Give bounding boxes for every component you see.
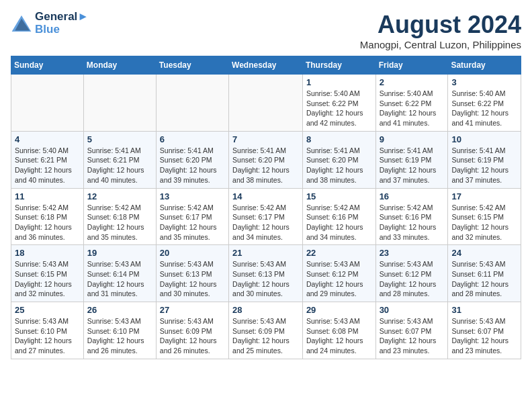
calendar-cell: 1Sunrise: 5:40 AM Sunset: 6:22 PM Daylig… [302, 75, 375, 132]
weekday-header: Monday [83, 56, 156, 75]
calendar-cell: 13Sunrise: 5:42 AM Sunset: 6:17 PM Dayli… [156, 188, 228, 245]
calendar-cell: 26Sunrise: 5:43 AM Sunset: 6:10 PM Dayli… [83, 302, 156, 359]
day-number: 2 [380, 77, 445, 87]
day-info: Sunrise: 5:42 AM Sunset: 6:16 PM Dayligh… [306, 203, 372, 242]
calendar-cell [229, 75, 303, 132]
calendar-cell: 8Sunrise: 5:41 AM Sunset: 6:20 PM Daylig… [302, 131, 375, 188]
day-info: Sunrise: 5:41 AM Sunset: 6:20 PM Dayligh… [160, 146, 225, 185]
calendar-cell: 24Sunrise: 5:43 AM Sunset: 6:11 PM Dayli… [448, 245, 521, 302]
logo: General► Blue [11, 11, 89, 36]
day-number: 1 [306, 77, 372, 87]
calendar-week-row: 18Sunrise: 5:43 AM Sunset: 6:15 PM Dayli… [11, 245, 521, 302]
calendar-cell: 31Sunrise: 5:43 AM Sunset: 6:07 PM Dayli… [448, 302, 521, 359]
day-number: 8 [306, 134, 372, 144]
calendar-cell: 19Sunrise: 5:43 AM Sunset: 6:14 PM Dayli… [83, 245, 156, 302]
day-number: 6 [160, 134, 225, 144]
day-number: 19 [87, 248, 152, 258]
calendar-cell: 3Sunrise: 5:40 AM Sunset: 6:22 PM Daylig… [448, 75, 521, 132]
calendar-cell: 5Sunrise: 5:41 AM Sunset: 6:21 PM Daylig… [83, 131, 156, 188]
day-number: 30 [380, 305, 445, 315]
day-number: 18 [15, 248, 80, 258]
day-info: Sunrise: 5:42 AM Sunset: 6:17 PM Dayligh… [160, 203, 225, 242]
logo-icon [11, 14, 32, 33]
day-info: Sunrise: 5:42 AM Sunset: 6:17 PM Dayligh… [232, 203, 299, 242]
day-info: Sunrise: 5:43 AM Sunset: 6:13 PM Dayligh… [160, 259, 225, 299]
logo-text: General► Blue [35, 11, 89, 36]
day-number: 29 [306, 305, 372, 315]
main-title: August 2024 [360, 11, 521, 39]
day-number: 25 [15, 305, 80, 315]
day-number: 24 [451, 248, 517, 258]
calendar-cell: 7Sunrise: 5:41 AM Sunset: 6:20 PM Daylig… [229, 131, 303, 188]
day-number: 5 [87, 134, 152, 144]
calendar-cell: 23Sunrise: 5:43 AM Sunset: 6:12 PM Dayli… [375, 245, 448, 302]
calendar-cell: 21Sunrise: 5:43 AM Sunset: 6:13 PM Dayli… [229, 245, 303, 302]
day-info: Sunrise: 5:43 AM Sunset: 6:07 PM Dayligh… [380, 316, 445, 356]
calendar-cell: 20Sunrise: 5:43 AM Sunset: 6:13 PM Dayli… [156, 245, 228, 302]
calendar-week-row: 25Sunrise: 5:43 AM Sunset: 6:10 PM Dayli… [11, 302, 521, 359]
day-info: Sunrise: 5:43 AM Sunset: 6:12 PM Dayligh… [380, 259, 445, 299]
day-number: 10 [451, 134, 517, 144]
calendar-cell [83, 75, 156, 132]
calendar-header-row: SundayMondayTuesdayWednesdayThursdayFrid… [11, 56, 521, 75]
day-info: Sunrise: 5:41 AM Sunset: 6:21 PM Dayligh… [87, 146, 152, 185]
day-info: Sunrise: 5:40 AM Sunset: 6:21 PM Dayligh… [15, 146, 80, 185]
calendar-week-row: 4Sunrise: 5:40 AM Sunset: 6:21 PM Daylig… [11, 131, 521, 188]
day-number: 21 [232, 248, 299, 258]
subtitle: Manogpi, Central Luzon, Philippines [360, 39, 521, 50]
day-number: 20 [160, 248, 225, 258]
day-info: Sunrise: 5:43 AM Sunset: 6:08 PM Dayligh… [306, 316, 372, 356]
day-info: Sunrise: 5:42 AM Sunset: 6:15 PM Dayligh… [451, 203, 517, 242]
day-info: Sunrise: 5:42 AM Sunset: 6:18 PM Dayligh… [87, 203, 152, 242]
calendar-cell: 18Sunrise: 5:43 AM Sunset: 6:15 PM Dayli… [11, 245, 84, 302]
calendar-cell: 27Sunrise: 5:43 AM Sunset: 6:09 PM Dayli… [156, 302, 228, 359]
calendar-cell: 9Sunrise: 5:41 AM Sunset: 6:19 PM Daylig… [375, 131, 448, 188]
calendar-cell: 6Sunrise: 5:41 AM Sunset: 6:20 PM Daylig… [156, 131, 228, 188]
day-number: 3 [451, 77, 517, 87]
day-number: 23 [380, 248, 445, 258]
calendar-cell: 12Sunrise: 5:42 AM Sunset: 6:18 PM Dayli… [83, 188, 156, 245]
calendar-cell: 29Sunrise: 5:43 AM Sunset: 6:08 PM Dayli… [302, 302, 375, 359]
day-info: Sunrise: 5:43 AM Sunset: 6:10 PM Dayligh… [87, 316, 152, 356]
day-info: Sunrise: 5:41 AM Sunset: 6:19 PM Dayligh… [451, 146, 517, 185]
calendar-cell: 25Sunrise: 5:43 AM Sunset: 6:10 PM Dayli… [11, 302, 84, 359]
weekday-header: Thursday [302, 56, 375, 75]
day-info: Sunrise: 5:43 AM Sunset: 6:13 PM Dayligh… [232, 259, 299, 299]
day-number: 13 [160, 191, 225, 201]
calendar-cell: 28Sunrise: 5:43 AM Sunset: 6:09 PM Dayli… [229, 302, 303, 359]
day-number: 17 [451, 191, 517, 201]
day-info: Sunrise: 5:41 AM Sunset: 6:19 PM Dayligh… [380, 146, 445, 185]
day-number: 16 [380, 191, 445, 201]
day-info: Sunrise: 5:43 AM Sunset: 6:10 PM Dayligh… [15, 316, 80, 356]
day-info: Sunrise: 5:43 AM Sunset: 6:11 PM Dayligh… [451, 259, 517, 299]
calendar-cell: 14Sunrise: 5:42 AM Sunset: 6:17 PM Dayli… [229, 188, 303, 245]
day-number: 12 [87, 191, 152, 201]
day-info: Sunrise: 5:41 AM Sunset: 6:20 PM Dayligh… [232, 146, 299, 185]
day-info: Sunrise: 5:42 AM Sunset: 6:16 PM Dayligh… [380, 203, 445, 242]
day-number: 26 [87, 305, 152, 315]
calendar-cell: 10Sunrise: 5:41 AM Sunset: 6:19 PM Dayli… [448, 131, 521, 188]
day-number: 4 [15, 134, 80, 144]
calendar-cell [11, 75, 84, 132]
calendar-week-row: 1Sunrise: 5:40 AM Sunset: 6:22 PM Daylig… [11, 75, 521, 132]
day-info: Sunrise: 5:43 AM Sunset: 6:14 PM Dayligh… [87, 259, 152, 299]
day-number: 27 [160, 305, 225, 315]
day-number: 14 [232, 191, 299, 201]
day-info: Sunrise: 5:41 AM Sunset: 6:20 PM Dayligh… [306, 146, 372, 185]
weekday-header: Sunday [11, 56, 84, 75]
calendar-cell [156, 75, 228, 132]
calendar-cell: 16Sunrise: 5:42 AM Sunset: 6:16 PM Dayli… [375, 188, 448, 245]
weekday-header: Wednesday [229, 56, 303, 75]
day-info: Sunrise: 5:40 AM Sunset: 6:22 PM Dayligh… [451, 89, 517, 128]
calendar-cell: 2Sunrise: 5:40 AM Sunset: 6:22 PM Daylig… [375, 75, 448, 132]
calendar-cell: 22Sunrise: 5:43 AM Sunset: 6:12 PM Dayli… [302, 245, 375, 302]
day-info: Sunrise: 5:43 AM Sunset: 6:12 PM Dayligh… [306, 259, 372, 299]
day-info: Sunrise: 5:43 AM Sunset: 6:15 PM Dayligh… [15, 259, 80, 299]
day-info: Sunrise: 5:43 AM Sunset: 6:09 PM Dayligh… [160, 316, 225, 356]
day-info: Sunrise: 5:43 AM Sunset: 6:09 PM Dayligh… [232, 316, 299, 356]
day-info: Sunrise: 5:40 AM Sunset: 6:22 PM Dayligh… [380, 89, 445, 128]
day-number: 11 [15, 191, 80, 201]
day-number: 15 [306, 191, 372, 201]
day-number: 7 [232, 134, 299, 144]
day-info: Sunrise: 5:40 AM Sunset: 6:22 PM Dayligh… [306, 89, 372, 128]
